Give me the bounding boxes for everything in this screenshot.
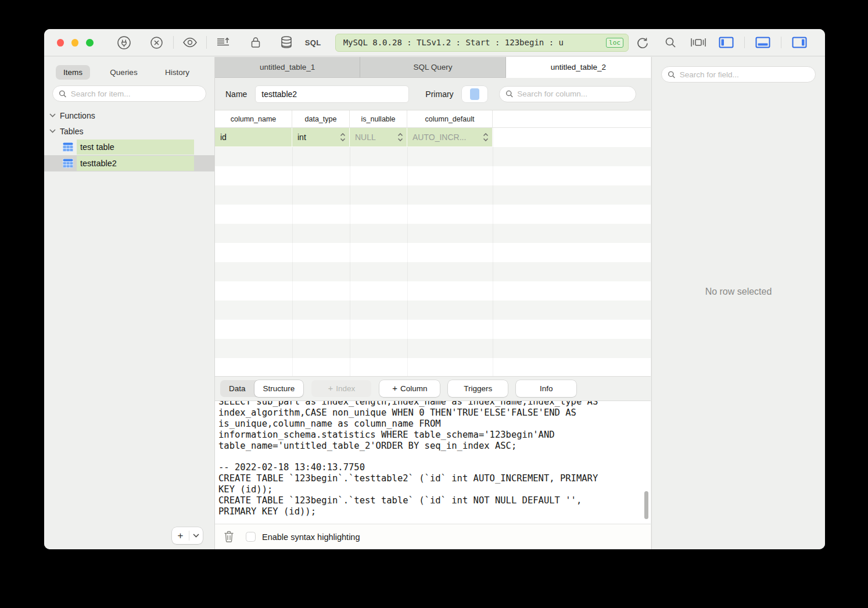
disconnect-icon[interactable] [149, 34, 165, 51]
cell-value: int [297, 133, 306, 142]
table-item-testtable2[interactable]: testtable2 [44, 155, 214, 171]
structure-grid-body: id int NULL AUTO_INCR... [215, 128, 651, 376]
main-pane: untitled_table_1 SQL Query untitled_tabl… [215, 57, 651, 549]
chevron-down-icon[interactable] [49, 129, 56, 133]
sql-toolbar-label[interactable]: SQL [305, 38, 321, 47]
table-icon [63, 159, 73, 168]
sidebar: Items Queries History Functions Tables [44, 57, 215, 549]
add-index-button: + Index [311, 380, 371, 397]
tree-section-tables[interactable]: Tables [44, 123, 214, 139]
table-name-bar: Name Primary [215, 78, 651, 110]
search-icon [505, 90, 514, 98]
database-icon[interactable] [278, 34, 295, 51]
column-search-input[interactable] [517, 90, 629, 98]
table-row: id int NULL AUTO_INCR... [215, 128, 651, 147]
connection-plug-icon[interactable] [116, 34, 132, 51]
toggle-right-panel-icon[interactable] [791, 34, 808, 51]
expand-layout-icon[interactable] [690, 34, 707, 51]
toolbar-divider [781, 37, 781, 48]
primary-label: Primary [425, 90, 453, 99]
tree-section-label: Tables [60, 127, 83, 136]
toolbar-divider [173, 36, 174, 49]
table-item-label: test table [77, 140, 194, 155]
cell-is-nullable[interactable]: NULL [350, 128, 407, 147]
add-item-button[interactable]: + [172, 527, 203, 544]
sidebar-tab-items[interactable]: Items [56, 65, 90, 80]
primary-key-checkbox[interactable] [462, 86, 487, 102]
connection-status-bar[interactable]: MySQL 8.0.28 : TLSv1.2 : Start : 123begi… [335, 34, 629, 52]
button-label: Column [400, 384, 428, 393]
info-button[interactable]: Info [516, 380, 576, 397]
scrollbar-thumb[interactable] [644, 491, 648, 519]
structure-grid-header: column_name data_type is_nullable column… [215, 110, 651, 128]
cell-column-name[interactable]: id [215, 128, 292, 147]
sidebar-tab-history[interactable]: History [157, 65, 197, 80]
view-button-bar: Data Structure + Index + Column Triggers… [215, 376, 651, 401]
tab-untitled-table-1[interactable]: untitled_table_1 [215, 57, 360, 78]
data-structure-segmented-control: Data Structure [220, 380, 303, 397]
tree-section-functions[interactable]: Functions [44, 108, 214, 123]
stepper-icon[interactable] [397, 133, 403, 142]
structure-view-button[interactable]: Structure [254, 380, 304, 397]
search-icon[interactable] [662, 34, 679, 51]
field-search[interactable] [661, 66, 816, 83]
button-label: Index [336, 384, 355, 393]
connection-status-text: MySQL 8.0.28 : TLSv1.2 : Start : 123begi… [343, 38, 606, 47]
sql-log-area[interactable]: SELECT sub_part as index_length,index_na… [215, 401, 651, 524]
tab-sql-query[interactable]: SQL Query [360, 57, 505, 78]
tab-untitled-table-2[interactable]: untitled_table_2 [506, 57, 651, 78]
refresh-icon[interactable] [634, 34, 651, 51]
button-label: Info [540, 384, 553, 393]
data-view-button[interactable]: Data [220, 380, 254, 397]
toggle-left-panel-icon[interactable] [718, 34, 735, 51]
header-is-nullable: is_nullable [350, 110, 407, 127]
plus-icon[interactable]: + [172, 530, 189, 542]
minimize-window-button[interactable] [71, 39, 78, 47]
sidebar-tabbar: Items Queries History [44, 57, 214, 84]
syntax-highlighting-label: Enable syntax highlighting [262, 532, 360, 542]
toggle-bottom-panel-icon[interactable] [754, 34, 772, 51]
sql-log-text: SELECT sub_part as index_length,index_na… [218, 401, 651, 517]
sidebar-search-input[interactable] [71, 90, 200, 98]
table-item-label: testtable2 [77, 156, 194, 171]
cell-data-type[interactable]: int [292, 128, 350, 147]
syntax-highlighting-checkbox[interactable] [246, 532, 256, 542]
search-icon [668, 70, 676, 79]
cell-column-default[interactable]: AUTO_INCR... [407, 128, 493, 147]
field-search-input[interactable] [680, 70, 809, 79]
tree-section-label: Functions [60, 111, 95, 120]
add-column-button[interactable]: + Column [379, 380, 440, 397]
zoom-window-button[interactable] [86, 39, 93, 47]
stepper-icon[interactable] [483, 133, 489, 142]
column-search[interactable] [499, 86, 636, 102]
stepper-icon[interactable] [340, 133, 346, 142]
plus-icon: + [392, 383, 397, 393]
button-label: Triggers [464, 384, 492, 393]
empty-state-message: No row selected [652, 287, 825, 297]
trash-icon[interactable] [224, 531, 234, 543]
log-list-icon[interactable] [215, 34, 231, 51]
header-filler [493, 110, 651, 127]
name-label: Name [225, 90, 247, 99]
toolbar-divider [744, 37, 745, 48]
view-eye-icon[interactable] [182, 34, 198, 51]
plus-icon: + [328, 383, 333, 393]
table-name-input[interactable] [255, 85, 409, 103]
row-detail-panel: No row selected [651, 57, 825, 549]
document-tabbar: untitled_table_1 SQL Query untitled_tabl… [215, 57, 651, 78]
table-item-test-table[interactable]: test table [44, 139, 214, 155]
close-window-button[interactable] [57, 39, 64, 47]
search-icon [59, 90, 67, 98]
sidebar-search[interactable] [52, 85, 206, 102]
triggers-button[interactable]: Triggers [448, 380, 508, 397]
chevron-down-icon[interactable] [49, 113, 56, 117]
cell-value: id [220, 133, 227, 142]
chevron-down-icon[interactable] [189, 534, 203, 538]
table-icon [63, 142, 73, 152]
toolbar-divider [206, 36, 207, 49]
header-column-default: column_default [407, 110, 493, 127]
header-data-type: data_type [292, 110, 350, 127]
sidebar-tab-queries[interactable]: Queries [102, 65, 145, 80]
lock-icon[interactable] [248, 34, 264, 51]
titlebar: SQL MySQL 8.0.28 : TLSv1.2 : Start : 123… [44, 29, 825, 56]
